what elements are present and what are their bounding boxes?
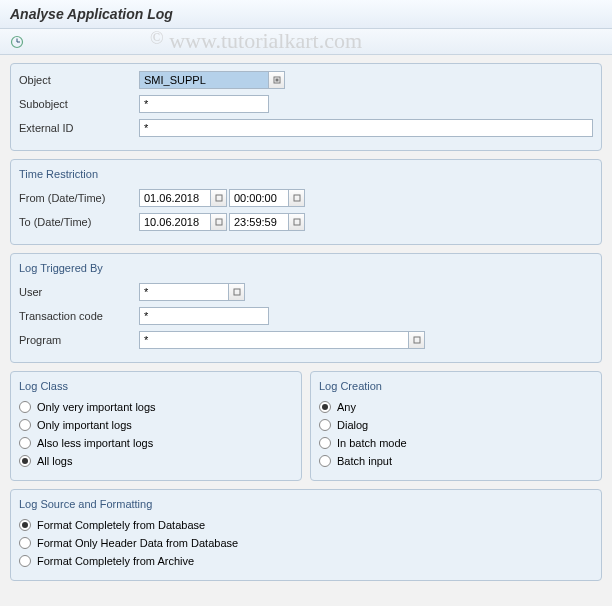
user-label: User bbox=[19, 286, 139, 298]
radio-label: Only important logs bbox=[37, 419, 132, 431]
execute-button[interactable] bbox=[8, 33, 26, 51]
user-input[interactable] bbox=[139, 283, 229, 301]
radio-input[interactable] bbox=[19, 455, 31, 467]
svg-rect-8 bbox=[294, 219, 300, 225]
f4-icon bbox=[413, 336, 421, 344]
program-label: Program bbox=[19, 334, 139, 346]
f4-icon bbox=[293, 194, 301, 202]
log-source-panel: Log Source and Formatting Format Complet… bbox=[10, 489, 602, 581]
radio-input[interactable] bbox=[19, 537, 31, 549]
log-class-opt3[interactable]: Also less important logs bbox=[19, 436, 293, 450]
radio-input[interactable] bbox=[319, 455, 331, 467]
log-creation-opt2[interactable]: Dialog bbox=[319, 418, 593, 432]
object-f4-button[interactable] bbox=[269, 71, 285, 89]
log-class-panel: Log Class Only very important logs Only … bbox=[10, 371, 302, 481]
radio-label: All logs bbox=[37, 455, 72, 467]
radio-input[interactable] bbox=[319, 401, 331, 413]
radio-input[interactable] bbox=[19, 555, 31, 567]
log-creation-opt4[interactable]: Batch input bbox=[319, 454, 593, 468]
from-label: From (Date/Time) bbox=[19, 192, 139, 204]
radio-input[interactable] bbox=[19, 437, 31, 449]
content-area: Object Subobject External ID Time Restri… bbox=[0, 55, 612, 597]
external-id-label: External ID bbox=[19, 122, 139, 134]
log-creation-panel: Log Creation Any Dialog In batch mode Ba… bbox=[310, 371, 602, 481]
from-time-input[interactable] bbox=[229, 189, 289, 207]
tcode-label: Transaction code bbox=[19, 310, 139, 322]
svg-rect-6 bbox=[294, 195, 300, 201]
clock-execute-icon bbox=[10, 35, 24, 49]
to-time-f4-button[interactable] bbox=[289, 213, 305, 231]
log-source-opt2[interactable]: Format Only Header Data from Database bbox=[19, 536, 593, 550]
tcode-input[interactable] bbox=[139, 307, 269, 325]
radio-label: Format Completely from Archive bbox=[37, 555, 194, 567]
svg-rect-4 bbox=[275, 79, 278, 82]
log-source-opt1[interactable]: Format Completely from Database bbox=[19, 518, 593, 532]
log-creation-opt1[interactable]: Any bbox=[319, 400, 593, 414]
program-f4-button[interactable] bbox=[409, 331, 425, 349]
from-date-input[interactable] bbox=[139, 189, 211, 207]
svg-rect-5 bbox=[216, 195, 222, 201]
log-triggered-title: Log Triggered By bbox=[19, 260, 593, 276]
radio-label: Also less important logs bbox=[37, 437, 153, 449]
svg-rect-10 bbox=[414, 337, 420, 343]
log-class-title: Log Class bbox=[19, 378, 293, 394]
to-date-input[interactable] bbox=[139, 213, 211, 231]
svg-rect-9 bbox=[234, 289, 240, 295]
radio-label: Format Only Header Data from Database bbox=[37, 537, 238, 549]
time-restriction-title: Time Restriction bbox=[19, 166, 593, 182]
radio-label: Batch input bbox=[337, 455, 392, 467]
to-label: To (Date/Time) bbox=[19, 216, 139, 228]
object-panel: Object Subobject External ID bbox=[10, 63, 602, 151]
from-date-f4-button[interactable] bbox=[211, 189, 227, 207]
toolbar bbox=[0, 29, 612, 55]
log-class-opt1[interactable]: Only very important logs bbox=[19, 400, 293, 414]
user-f4-button[interactable] bbox=[229, 283, 245, 301]
subobject-input[interactable] bbox=[139, 95, 269, 113]
radio-label: Any bbox=[337, 401, 356, 413]
svg-rect-7 bbox=[216, 219, 222, 225]
radio-label: Only very important logs bbox=[37, 401, 156, 413]
to-time-input[interactable] bbox=[229, 213, 289, 231]
radio-input[interactable] bbox=[19, 401, 31, 413]
log-source-title: Log Source and Formatting bbox=[19, 496, 593, 512]
log-source-opt3[interactable]: Format Completely from Archive bbox=[19, 554, 593, 568]
f4-icon bbox=[215, 218, 223, 226]
page-title: Analyse Application Log bbox=[0, 0, 612, 29]
subobject-label: Subobject bbox=[19, 98, 139, 110]
log-creation-title: Log Creation bbox=[319, 378, 593, 394]
to-date-f4-button[interactable] bbox=[211, 213, 227, 231]
f4-icon bbox=[293, 218, 301, 226]
radio-label: Format Completely from Database bbox=[37, 519, 205, 531]
radio-input[interactable] bbox=[19, 519, 31, 531]
log-class-opt4[interactable]: All logs bbox=[19, 454, 293, 468]
f4-icon bbox=[215, 194, 223, 202]
f4-icon bbox=[233, 288, 241, 296]
external-id-input[interactable] bbox=[139, 119, 593, 137]
radio-input[interactable] bbox=[19, 419, 31, 431]
log-triggered-panel: Log Triggered By User Transaction code P… bbox=[10, 253, 602, 363]
radio-label: Dialog bbox=[337, 419, 368, 431]
from-time-f4-button[interactable] bbox=[289, 189, 305, 207]
radio-input[interactable] bbox=[319, 437, 331, 449]
log-class-opt2[interactable]: Only important logs bbox=[19, 418, 293, 432]
object-input[interactable] bbox=[139, 71, 269, 89]
object-label: Object bbox=[19, 74, 139, 86]
time-restriction-panel: Time Restriction From (Date/Time) To (Da… bbox=[10, 159, 602, 245]
radio-input[interactable] bbox=[319, 419, 331, 431]
radio-label: In batch mode bbox=[337, 437, 407, 449]
program-input[interactable] bbox=[139, 331, 409, 349]
log-creation-opt3[interactable]: In batch mode bbox=[319, 436, 593, 450]
f4-icon bbox=[273, 76, 281, 84]
